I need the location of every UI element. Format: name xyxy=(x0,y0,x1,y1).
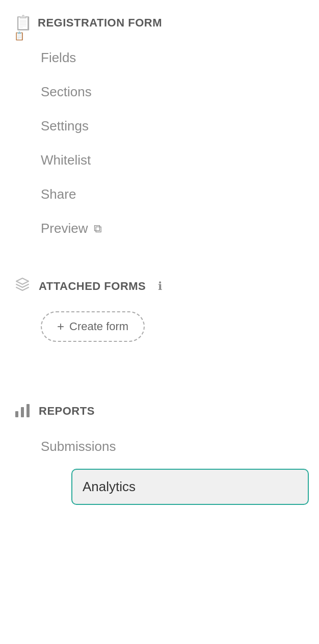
registration-form-title: REGISTRATION FORM xyxy=(38,16,162,30)
divider-2 xyxy=(0,347,319,367)
registration-form-nav: Fields Sections Settings Whitelist Share… xyxy=(0,41,319,246)
reports-section: REPORTS Submissions Analytics xyxy=(0,388,319,510)
sidebar-item-preview[interactable]: Preview ⧉ xyxy=(41,211,319,246)
clipboard-icon: 📋 xyxy=(14,14,30,32)
divider-1 xyxy=(0,246,319,266)
bar-chart-icon xyxy=(14,402,31,420)
whitelist-label: Whitelist xyxy=(41,152,91,168)
info-icon: ℹ xyxy=(158,280,162,293)
svg-rect-1 xyxy=(21,407,24,417)
attached-forms-header: ATTACHED FORMS ℹ xyxy=(0,266,319,306)
sidebar-item-share[interactable]: Share xyxy=(41,177,319,211)
reports-header: REPORTS xyxy=(0,388,319,430)
sections-label: Sections xyxy=(41,84,92,100)
analytics-wrapper: Analytics xyxy=(41,464,319,510)
reports-nav: Submissions Analytics xyxy=(0,430,319,510)
sidebar-item-sections[interactable]: Sections xyxy=(41,75,319,109)
analytics-label: Analytics xyxy=(83,479,136,495)
sidebar-item-whitelist[interactable]: Whitelist xyxy=(41,143,319,177)
attached-forms-title: ATTACHED FORMS xyxy=(39,280,146,293)
share-label: Share xyxy=(41,186,76,202)
sidebar: 📋 REGISTRATION FORM Fields Sections Sett… xyxy=(0,0,319,510)
sidebar-item-analytics[interactable]: Analytics xyxy=(71,469,309,505)
svg-rect-2 xyxy=(26,404,30,417)
reports-title: REPORTS xyxy=(39,405,95,418)
svg-rect-0 xyxy=(15,411,18,417)
sidebar-item-fields[interactable]: Fields xyxy=(41,41,319,75)
attached-forms-icon xyxy=(14,276,31,296)
create-form-label: Create form xyxy=(69,320,128,333)
registration-form-header: 📋 REGISTRATION FORM xyxy=(0,0,319,41)
sidebar-item-submissions[interactable]: Submissions xyxy=(41,430,319,464)
create-form-button[interactable]: + Create form xyxy=(41,311,145,342)
submissions-label: Submissions xyxy=(41,439,116,454)
plus-icon: + xyxy=(57,319,64,334)
fields-label: Fields xyxy=(41,50,76,66)
sidebar-item-settings[interactable]: Settings xyxy=(41,109,319,143)
settings-label: Settings xyxy=(41,118,89,134)
external-link-icon: ⧉ xyxy=(94,222,102,235)
preview-label: Preview xyxy=(41,221,88,236)
